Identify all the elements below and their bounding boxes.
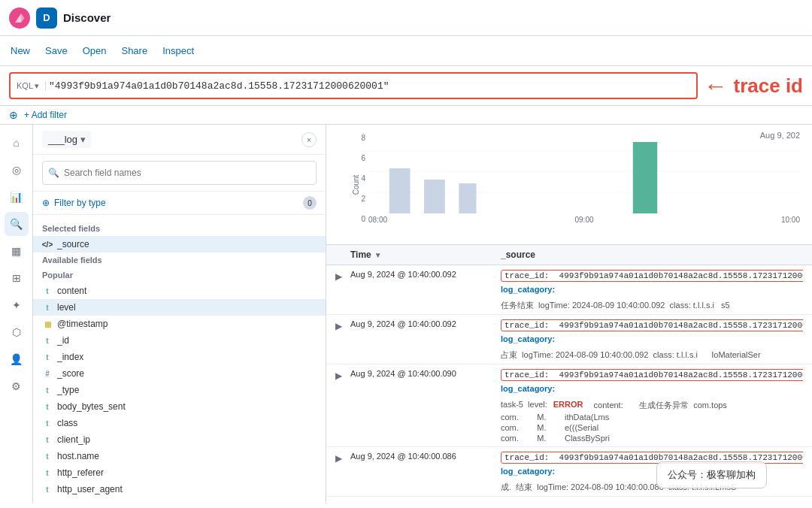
field-item-host[interactable]: t host.name <box>33 448 326 464</box>
x-axis: 08:00 09:00 10:00 <box>368 216 800 224</box>
save-button[interactable]: Save <box>44 42 69 59</box>
field-type-text-icon8: t <box>42 434 53 445</box>
nav-maps[interactable]: ⊞ <box>5 266 29 290</box>
popular-label: Popular <box>33 268 326 283</box>
row-expand-2[interactable]: ▶ <box>335 319 350 331</box>
field-type-date-icon: ▦ <box>42 319 53 329</box>
nav-ml[interactable]: ✦ <box>5 293 29 317</box>
nav-dashboard[interactable]: ▦ <box>5 239 29 263</box>
field-type-text-icon2: t <box>42 302 53 313</box>
th-time[interactable]: Time ▼ <box>350 249 501 260</box>
field-item-body-bytes[interactable]: t body_bytes_sent <box>33 398 326 415</box>
field-name-content: content <box>57 286 86 296</box>
query-input-wrap: KQL ▾ <box>9 72 698 99</box>
query-language-toggle[interactable]: KQL ▾ <box>17 81 46 91</box>
row-time-4: Aug 9, 2024 @ 10:40:00.086 <box>350 452 501 461</box>
add-filter-button[interactable]: + Add filter <box>24 110 67 120</box>
field-name-client-ip: client_ip <box>57 434 90 445</box>
filter-by-type-label: Filter by type <box>54 198 106 208</box>
sidebar-close-button[interactable]: × <box>301 132 317 147</box>
field-item-timestamp[interactable]: ▦ @timestamp <box>33 316 326 332</box>
field-item-content[interactable]: t content <box>33 283 326 299</box>
row-source-3: trace_id: 4993f9b91a974a01a1d0b70148a2ac… <box>501 369 803 393</box>
table-row-inner-4: ▶ Aug 9, 2024 @ 10:40:00.086 trace_id: 4… <box>326 447 812 480</box>
nav-apm[interactable]: ⬡ <box>5 320 29 344</box>
field-item-http-user-agent[interactable]: t http_user_agent <box>33 481 326 497</box>
search-field-wrap: 🔍 <box>33 155 326 192</box>
field-name-level: level <box>57 302 76 313</box>
filter-count-badge: 0 <box>303 196 317 210</box>
field-item-id[interactable]: t _id <box>33 332 326 349</box>
field-name-index: _index <box>57 352 83 362</box>
field-name-class: class <box>57 418 77 428</box>
querybar: KQL ▾ ← trace id <box>0 66 812 106</box>
row-time-3: Aug 9, 2024 @ 10:40:00.090 <box>350 369 501 378</box>
field-item-level[interactable]: t level <box>33 299 326 316</box>
row-expand-1[interactable]: ▶ <box>335 270 350 282</box>
row-expand-3[interactable]: ▶ <box>335 369 350 381</box>
field-item-type[interactable]: t _type <box>33 382 326 398</box>
table-row-inner-2: ▶ Aug 9, 2024 @ 10:40:00.092 trace_id: 4… <box>326 315 812 348</box>
filter-icon[interactable]: ⊕ <box>9 109 18 121</box>
nav-users[interactable]: 👤 <box>5 347 29 371</box>
field-type-text-icon7: t <box>42 418 53 428</box>
field-type-text-icon9: t <box>42 451 53 461</box>
nav-settings[interactable]: ⚙ <box>5 374 29 398</box>
query-input[interactable] <box>49 80 689 92</box>
trace-id-box-1: trace_id: 4993f9b91a974a01a1d0b70148a2ac… <box>501 270 803 282</box>
search-field-icon: 🔍 <box>48 168 59 178</box>
field-name-source: _source <box>57 239 89 249</box>
inspect-button[interactable]: Inspect <box>161 42 195 59</box>
actionbar: New Save Open Share Inspect <box>0 36 812 66</box>
field-item-source[interactable]: </> _source <box>33 236 326 252</box>
field-item-class[interactable]: t class <box>33 415 326 431</box>
nav-home[interactable]: ⌂ <box>5 131 29 155</box>
share-button[interactable]: Share <box>120 42 149 59</box>
index-selector[interactable]: ___log ▾ <box>42 131 92 148</box>
log-cat-1: log_catagory: <box>501 285 555 294</box>
sidebar-fields: Selected fields </> _source Available fi… <box>33 215 326 503</box>
field-name-body-bytes: body_bytes_sent <box>57 401 126 412</box>
nav-visualize[interactable]: 📊 <box>5 185 29 209</box>
table-row: ▶ Aug 9, 2024 @ 10:40:00.086 trace_id: 4… <box>326 447 812 497</box>
table-header: Time ▼ _source <box>326 245 812 265</box>
x-label-0800: 08:00 <box>368 216 387 224</box>
log-cat-2: log_catagory: <box>501 334 555 343</box>
table-row: ▶ Aug 9, 2024 @ 10:40:00.092 trace_id: 4… <box>326 315 812 364</box>
field-type-text-icon10: t <box>42 467 53 478</box>
table-row: ▶ Aug 9, 2024 @ 10:40:00.090 trace_id: 4… <box>326 364 812 447</box>
index-chevron-icon: ▾ <box>80 134 86 145</box>
search-field-input[interactable] <box>42 161 317 185</box>
field-name-http-user-agent: http_user_agent <box>57 484 123 494</box>
field-item-index[interactable]: t _index <box>33 349 326 365</box>
field-type-text-icon4: t <box>42 352 53 362</box>
table-row-inner-1: ▶ Aug 9, 2024 @ 10:40:00.092 trace_id: 4… <box>326 265 812 298</box>
table-row-inner-3: ▶ Aug 9, 2024 @ 10:40:00.090 trace_id: 4… <box>326 364 812 398</box>
field-item-http-referer[interactable]: t http_referer <box>33 464 326 481</box>
open-button[interactable]: Open <box>81 42 108 59</box>
chart-container: 8 6 4 2 0 <box>338 131 800 238</box>
index-name: ___log <box>48 134 77 145</box>
field-type-text-icon3: t <box>42 335 53 346</box>
log-cat-3: log_catagory: <box>501 384 555 393</box>
row-source-2: trace_id: 4993f9b91a974a01a1d0b70148a2ac… <box>501 319 803 343</box>
field-item-score[interactable]: # _score <box>33 365 326 382</box>
row-extra-3: task-5 level: ERROR content: 生成任务异常 com.… <box>326 398 812 446</box>
field-name-host: host.name <box>57 451 99 461</box>
field-name-id: _id <box>57 335 69 346</box>
available-fields-label: Available fields <box>33 252 326 268</box>
row-expand-4[interactable]: ▶ <box>335 452 350 464</box>
filter-by-type-button[interactable]: ⊕ Filter by type <box>42 198 106 208</box>
nav-search[interactable]: ◎ <box>5 158 29 182</box>
x-label-1000: 10:00 <box>781 216 800 224</box>
row-time-1: Aug 9, 2024 @ 10:40:00.092 <box>350 270 501 279</box>
new-button[interactable]: New <box>9 42 32 59</box>
error-line-1: task-5 level: ERROR content: 生成任务异常 com.… <box>501 399 803 412</box>
app-icon: D <box>36 8 57 29</box>
nav-discover[interactable]: 🔍 <box>5 212 29 236</box>
field-item-client-ip[interactable]: t client_ip <box>33 431 326 448</box>
row-extra-1: 任务结束 logTime: 2024-08-09 10:40:00.092 cl… <box>326 298 812 314</box>
filter-type-row: ⊕ Filter by type 0 <box>33 192 326 215</box>
row-source-1: trace_id: 4993f9b91a974a01a1d0b70148a2ac… <box>501 270 803 294</box>
chart-svg <box>368 131 800 213</box>
